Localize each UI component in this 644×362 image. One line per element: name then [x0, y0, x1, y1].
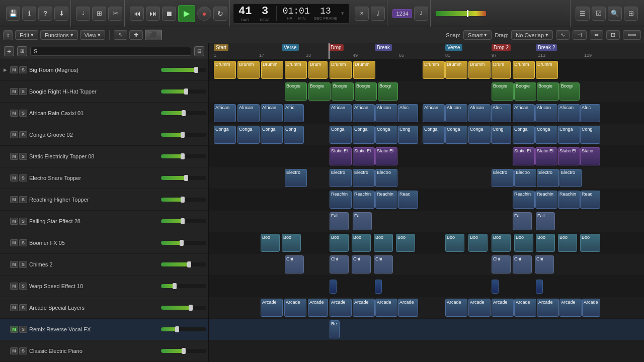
scissors-button[interactable]: ✂ — [108, 7, 122, 21]
track-search-input[interactable] — [30, 47, 191, 56]
clip[interactable]: Drumm — [214, 61, 236, 79]
clip[interactable]: Afric — [580, 104, 600, 122]
clip[interactable]: Arcade — [537, 299, 559, 317]
solo-button[interactable]: S — [19, 304, 27, 311]
mute-button[interactable]: M — [10, 283, 18, 290]
clip[interactable] — [330, 280, 337, 294]
clip[interactable]: Boogie — [492, 82, 514, 101]
clip[interactable]: Static El — [558, 147, 580, 165]
expand-btn[interactable]: ⇔ — [590, 30, 603, 40]
clip[interactable]: Electro — [375, 169, 397, 187]
mute-button[interactable]: M — [10, 66, 18, 73]
clip[interactable]: Arcade — [445, 299, 467, 317]
clip[interactable]: Arcade — [330, 299, 352, 317]
solo-button[interactable]: S — [19, 218, 27, 225]
clip[interactable]: Reachin — [330, 191, 352, 209]
mute-button[interactable]: M — [10, 304, 18, 311]
play-button[interactable]: ▶ — [178, 5, 195, 22]
track-volume-slider[interactable] — [161, 176, 206, 180]
stop-button[interactable]: ⏹ — [162, 7, 176, 21]
clip[interactable]: Boogie — [514, 82, 536, 101]
clip[interactable]: Fall — [513, 212, 532, 230]
checkbox-button[interactable]: ☑ — [592, 7, 606, 21]
track-volume-slider[interactable] — [161, 89, 206, 94]
clip[interactable]: Reachin — [353, 191, 375, 209]
clip[interactable]: Boo — [396, 234, 415, 252]
clip[interactable]: Electro — [353, 169, 375, 187]
solo-button[interactable]: S — [19, 196, 27, 203]
bpm-display[interactable]: 1234 — [392, 9, 412, 18]
clip[interactable]: Boo — [282, 234, 301, 252]
solo-button[interactable]: S — [19, 174, 27, 182]
clip[interactable]: Chi — [374, 255, 393, 274]
close-transport-button[interactable]: ✕ — [355, 7, 369, 21]
clip[interactable]: Arcade — [284, 299, 306, 317]
clip[interactable]: Re — [330, 320, 340, 338]
mute-button[interactable]: M — [10, 88, 18, 95]
clip[interactable]: Boogi — [559, 82, 580, 101]
fast-forward-button[interactable]: ⏭ — [146, 7, 160, 21]
clip[interactable]: Reachin — [375, 191, 397, 209]
clip[interactable]: Static — [580, 147, 600, 165]
clip[interactable]: Arcade — [398, 299, 418, 317]
record-button[interactable]: ● — [197, 7, 211, 21]
clip[interactable]: Drum — [492, 61, 511, 79]
clip[interactable]: Boo — [558, 234, 577, 252]
view-menu[interactable]: View ▾ — [80, 30, 106, 40]
clip[interactable]: Reac — [398, 191, 418, 209]
mute-button[interactable]: M — [10, 174, 18, 182]
functions-menu[interactable]: Functions ▾ — [40, 30, 78, 40]
clip[interactable]: Reachin — [513, 191, 535, 209]
clip[interactable]: Cong — [398, 126, 418, 144]
track-volume-slider[interactable] — [161, 284, 206, 288]
clip[interactable]: Boogie — [285, 82, 307, 101]
clip[interactable]: Drumm — [445, 61, 467, 79]
clip[interactable]: African — [535, 104, 557, 122]
solo-button[interactable]: S — [19, 153, 27, 160]
solo-button[interactable]: S — [19, 326, 27, 333]
track-sort-button[interactable]: ⊟ — [194, 46, 204, 56]
clip[interactable]: Conga — [330, 126, 352, 144]
track-volume-slider[interactable] — [161, 219, 206, 223]
clip[interactable]: African — [375, 104, 397, 122]
more-btn[interactable]: ⊞ — [606, 30, 620, 40]
mute-button[interactable]: M — [10, 326, 18, 333]
clip[interactable]: Arcade — [559, 299, 582, 317]
clip[interactable]: African — [513, 104, 535, 122]
mute-button[interactable]: M — [10, 110, 18, 117]
clip[interactable]: Drumm — [353, 61, 375, 79]
clip[interactable]: Electro — [537, 169, 559, 187]
clip[interactable]: Electro — [330, 169, 352, 187]
ruler-btn[interactable]: ⊣ — [573, 30, 587, 40]
cycle-button[interactable]: ↻ — [213, 7, 227, 21]
clip[interactable]: Chi — [513, 255, 532, 274]
clip[interactable]: Chi — [330, 255, 349, 274]
clip[interactable]: Drumm — [261, 61, 283, 79]
clip[interactable]: Drum — [308, 61, 328, 79]
metronome-button[interactable]: ♩ — [76, 7, 90, 21]
grid-button[interactable]: ⊞ — [92, 7, 106, 21]
clip[interactable]: African — [237, 104, 260, 122]
clip[interactable]: Conga — [423, 126, 445, 144]
clip[interactable]: Conga — [513, 126, 535, 144]
clip[interactable]: Boo — [514, 234, 533, 252]
clip[interactable]: Conga — [558, 126, 580, 144]
clip[interactable]: Boo — [536, 234, 555, 252]
clip[interactable]: Static El — [535, 147, 557, 165]
clip[interactable]: Boo — [468, 234, 488, 252]
clip[interactable]: African — [468, 104, 491, 122]
clip[interactable]: Drumm — [513, 61, 535, 79]
track-volume-slider[interactable] — [161, 111, 206, 115]
clip[interactable]: Static El — [375, 147, 397, 165]
clip[interactable]: African — [261, 104, 283, 122]
clip[interactable]: Boogie — [308, 82, 331, 101]
solo-button[interactable]: S — [19, 347, 27, 354]
clip[interactable]: Arcade — [492, 299, 514, 317]
clip[interactable]: Arcade — [353, 299, 375, 317]
track-volume-slider[interactable] — [161, 327, 206, 331]
clip[interactable]: Boo — [445, 234, 464, 252]
clip[interactable]: Chi — [352, 255, 371, 274]
edit-menu[interactable]: Edit ▾ — [15, 30, 38, 40]
clip[interactable]: Reac — [580, 191, 600, 209]
extra-btn[interactable]: ⇦⇨ — [623, 30, 641, 40]
